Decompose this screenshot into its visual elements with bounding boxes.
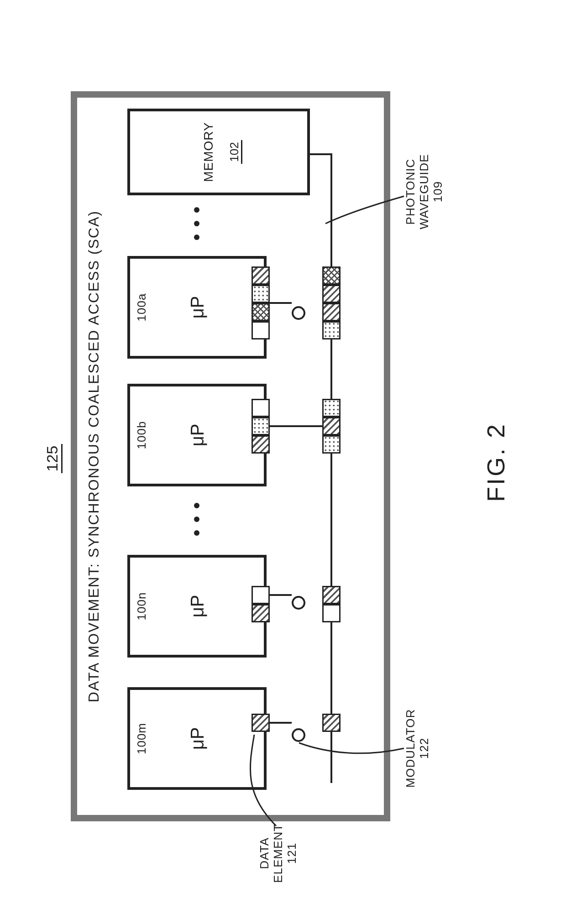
processor-symbol: μP (187, 595, 207, 618)
data-element (252, 266, 270, 285)
memory-label: MEMORY (201, 111, 216, 193)
processor-id: 100b (135, 386, 149, 484)
processor-symbol: μP (187, 727, 207, 750)
proc-stem (267, 302, 292, 304)
data-element (322, 714, 341, 732)
data-element (322, 604, 341, 622)
callout-modulator-label: MODULATOR (404, 709, 417, 788)
ellipsis-dot (194, 235, 199, 240)
callout-data-element: DATA ELEMENT 121 (258, 812, 299, 894)
data-element (252, 303, 270, 321)
data-element (252, 321, 270, 339)
data-element (322, 285, 341, 303)
callout-waveguide-label: PHOTONIC WAVEGUIDE (404, 154, 431, 230)
processor-id: 100n (135, 558, 149, 655)
memory-ref-text: 102 (227, 140, 242, 163)
processor-symbol: μP (187, 296, 207, 319)
modulator-ring (292, 728, 305, 742)
modulator-ring (292, 596, 305, 610)
proc-stem (267, 594, 292, 596)
ellipsis-dot (194, 207, 199, 213)
data-element (252, 604, 270, 622)
data-element (322, 399, 341, 417)
memory-block: MEMORY 102 (127, 109, 310, 195)
diagram-frame: DATA MOVEMENT: SYNCHRONOUS COALESCED ACC… (71, 91, 390, 821)
callout-waveguide: PHOTONIC WAVEGUIDE 109 (404, 132, 445, 251)
ellipsis-dot (194, 503, 199, 508)
ellipsis-dot (194, 517, 199, 522)
waveguide-to-memory (310, 153, 332, 155)
processor-id: 100m (135, 690, 149, 787)
proc-stem (267, 722, 292, 724)
memory-ref: 102 (227, 111, 241, 193)
figure-label: FIG. 2 (482, 423, 510, 502)
data-element (252, 586, 270, 604)
data-element (252, 399, 270, 417)
processor-block-100a: 100a μP (127, 256, 267, 359)
data-element (322, 321, 341, 339)
data-element (252, 714, 270, 732)
callout-waveguide-ref: 109 (431, 181, 445, 202)
data-element (322, 266, 341, 285)
processor-id: 100a (135, 259, 149, 356)
modulator-ring (292, 306, 305, 320)
callout-modulator-ref: 122 (417, 738, 431, 759)
outer-ref: 125 (43, 440, 63, 477)
proc-stem (267, 425, 330, 427)
data-element (322, 417, 341, 435)
data-element (322, 435, 341, 454)
processor-symbol: μP (187, 424, 207, 447)
data-element (322, 586, 341, 604)
processor-block-100b: 100b μP (127, 384, 267, 486)
data-element (252, 435, 270, 454)
ellipsis-dot (194, 530, 199, 536)
data-element (322, 303, 341, 321)
callout-data-element-label: DATA ELEMENT (257, 824, 285, 883)
processor-block-100m: 100m μP (127, 687, 267, 790)
processor-block-100n: 100n μP (127, 555, 267, 658)
callout-modulator: MODULATOR 122 (404, 694, 431, 803)
ellipsis-dot (194, 221, 199, 226)
photonic-waveguide (330, 153, 332, 783)
outer-ref-text: 125 (43, 444, 63, 474)
diagram-title: DATA MOVEMENT: SYNCHRONOUS COALESCED ACC… (85, 98, 102, 815)
data-element (252, 417, 270, 435)
data-element (252, 285, 270, 303)
callout-data-element-ref: 121 (285, 843, 299, 864)
